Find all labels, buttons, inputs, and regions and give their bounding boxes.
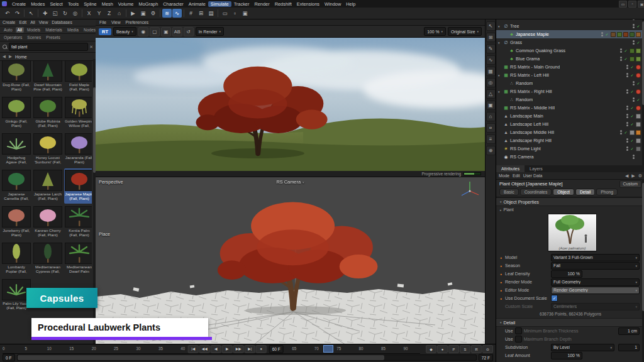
visibility-dots[interactable] — [620, 48, 622, 53]
asset-item-mediterranean-cypress[interactable]: Mediterranean Cypress (Fall, Plant) — [33, 241, 63, 277]
asset-item-golden-weeping-willow[interactable]: Golden Weeping Willow (Fall, Plant) — [64, 96, 92, 131]
menu-mesh[interactable]: Mesh — [99, 1, 116, 7]
season-dropdown[interactable]: Fall▾ — [551, 262, 640, 270]
parameter-key-icon[interactable]: ⊙ — [482, 345, 493, 353]
location-label[interactable]: Home — [15, 55, 27, 59]
enabled-check-icon[interactable]: ✓ — [630, 65, 635, 69]
visibility-dots[interactable] — [633, 40, 635, 45]
attr-menu-mode[interactable]: Mode — [499, 173, 509, 178]
visibility-dots[interactable] — [626, 138, 628, 143]
grid-icon[interactable]: ⊞ — [196, 9, 206, 18]
size-dropdown[interactable]: Original Size ▾ — [448, 27, 482, 36]
layout-monitor-1-icon[interactable]: ▭ — [220, 9, 230, 18]
tab-attributes[interactable]: Attributes — [496, 165, 525, 172]
asset-item-dog-rose[interactable]: Dog-Rose (Fall, Plant) — [1, 59, 31, 94]
timeline-playhead[interactable] — [323, 345, 333, 353]
menu-animate[interactable]: Animate — [186, 1, 208, 7]
custom-button[interactable]: Custom — [619, 180, 641, 188]
strip-landscape-icon[interactable]: △ — [486, 89, 496, 99]
strip-grid-icon[interactable]: ▦ — [486, 67, 496, 76]
expand-arrow-icon[interactable]: ▾ — [498, 74, 502, 77]
anim-dot[interactable]: ● — [500, 256, 503, 260]
clear-search-icon[interactable]: ✕ — [89, 45, 93, 50]
object-tag-icon[interactable] — [636, 114, 641, 119]
settings-icon[interactable]: ⚙ — [638, 173, 642, 178]
asset-filter-media[interactable]: Media — [65, 27, 80, 33]
workspace-icon[interactable]: ▣ — [638, 1, 644, 8]
position-key-icon[interactable]: P — [448, 345, 459, 353]
menu-simulate[interactable]: Simulate — [208, 1, 231, 7]
object-row-landscape-main[interactable]: ▲Landscape Main✓ — [496, 112, 642, 120]
attr-menu-user-data[interactable]: User Data — [523, 173, 543, 178]
rotate-tool-icon[interactable]: ↻ — [60, 9, 70, 18]
region-render-icon[interactable]: ▢ — [150, 27, 160, 36]
leaf-amount-field[interactable]: 100 % — [551, 352, 582, 359]
editor-mode-dropdown[interactable]: Render Geometry▾ — [551, 287, 640, 294]
object-tag-icon[interactable] — [617, 32, 622, 37]
visibility-dots[interactable] — [620, 130, 622, 134]
object-row-grass[interactable]: ▾∅Grass✓ — [496, 38, 642, 47]
render-view-icon[interactable]: ▶ — [128, 9, 138, 18]
rt-render-button[interactable]: RT — [99, 28, 111, 35]
enabled-check-icon[interactable]: ✓ — [604, 32, 609, 36]
next-frame-button[interactable]: ▶▶ — [233, 345, 244, 353]
active-camera-label[interactable]: RS Camera ▾ — [276, 179, 304, 185]
anim-dot[interactable]: ● — [500, 280, 503, 284]
redo-icon[interactable]: ↷ — [13, 9, 22, 18]
strip-spline-icon[interactable]: ∿ — [486, 55, 496, 65]
object-tag-icon[interactable] — [636, 146, 641, 151]
section-object-properties[interactable]: ▾ Object Properties — [496, 197, 644, 206]
range-end-field[interactable]: 72 F — [479, 354, 493, 361]
asset-item-jacaranda[interactable]: Jacaranda (Fall, Plant) — [64, 132, 92, 167]
strip-menu-icon[interactable]: ≡ — [486, 134, 496, 144]
undo-icon[interactable]: ↶ — [3, 9, 12, 18]
object-tag-icon[interactable] — [636, 57, 641, 62]
visibility-dots[interactable] — [626, 89, 628, 94]
asset-item-juneberry[interactable]: Juneberry (Fall, Plant) — [1, 205, 31, 240]
workplane-icon[interactable]: ▤ — [206, 9, 216, 18]
goto-start-button[interactable]: |◀ — [188, 345, 199, 353]
menu-tools[interactable]: Tools — [65, 1, 81, 7]
enabled-check-icon[interactable]: ✓ — [630, 146, 635, 151]
asset-item-field-maple[interactable]: Field Maple (Fall, Plant) — [64, 59, 92, 94]
visibility-dots[interactable] — [626, 73, 628, 77]
prev-key-button[interactable]: ◀◀ — [199, 345, 210, 353]
asset-menu-create[interactable]: Create — [3, 20, 15, 25]
back-icon[interactable]: ◀ — [3, 54, 6, 59]
visibility-dots[interactable] — [620, 57, 622, 61]
snapshot-icon[interactable]: ▣ — [161, 27, 171, 36]
expand-arrow-icon[interactable]: ▾ — [498, 25, 502, 28]
visibility-dots[interactable] — [626, 65, 628, 69]
asset-item-honey-locust-sunburst[interactable]: Honey Locust 'Sunburst' (Fall, Plant) — [33, 132, 63, 167]
menu-spline[interactable]: Spline — [81, 1, 99, 7]
object-tag-icon[interactable] — [630, 48, 635, 53]
asset-menu-edit[interactable]: Edit — [19, 20, 26, 25]
maximum-branch-depth-use-checkbox[interactable] — [515, 336, 522, 343]
visibility-dots[interactable] — [626, 106, 628, 110]
enabled-check-icon[interactable]: ✓ — [630, 122, 635, 126]
camera-lock-icon[interactable]: ◉ — [138, 27, 148, 36]
menu-character[interactable]: Character — [160, 1, 186, 7]
object-row-blue-grama[interactable]: ♣Blue Grama✓ — [496, 55, 642, 63]
object-row-random[interactable]: ∴Random✓ — [496, 79, 642, 87]
enabled-check-icon[interactable]: ✓ — [623, 57, 628, 61]
anim-dot[interactable]: ● — [500, 297, 503, 300]
strip-home-icon[interactable]: ⌂ — [486, 112, 496, 121]
asset-mode-operators[interactable]: Operators — [2, 35, 24, 40]
object-tag-icon[interactable] — [630, 130, 635, 135]
render-picture-viewer-icon[interactable]: ▣ — [138, 9, 148, 18]
last-tool-icon[interactable]: ◎ — [70, 9, 80, 18]
asset-item-globe-robinia[interactable]: Globe Robinia (Fall, Plant) — [33, 96, 63, 131]
strip-snapshot-icon[interactable]: ▣ — [486, 101, 496, 110]
object-tag-icon[interactable] — [636, 89, 641, 94]
object-row-rs-matrix-main-ground[interactable]: ▦RS Matrix - Main Ground✓ — [496, 63, 642, 71]
play-button[interactable]: ▶ — [222, 345, 233, 353]
object-row-landscape-middle-hill[interactable]: ▲Landscape Middle Hill✓ — [496, 128, 642, 136]
asset-item-lombardy-poplar[interactable]: Lombardy Poplar (Fall, Plant) — [1, 241, 31, 277]
subdivision-extra-field[interactable]: 1 — [618, 344, 640, 351]
object-row-japanese-maple[interactable]: ♣Japanese Maple✓ — [496, 30, 642, 38]
enabled-check-icon[interactable]: ✓ — [636, 24, 641, 28]
visibility-dots[interactable] — [633, 81, 635, 85]
enabled-check-icon[interactable]: ✓ — [630, 106, 635, 110]
search-input[interactable] — [9, 43, 88, 51]
